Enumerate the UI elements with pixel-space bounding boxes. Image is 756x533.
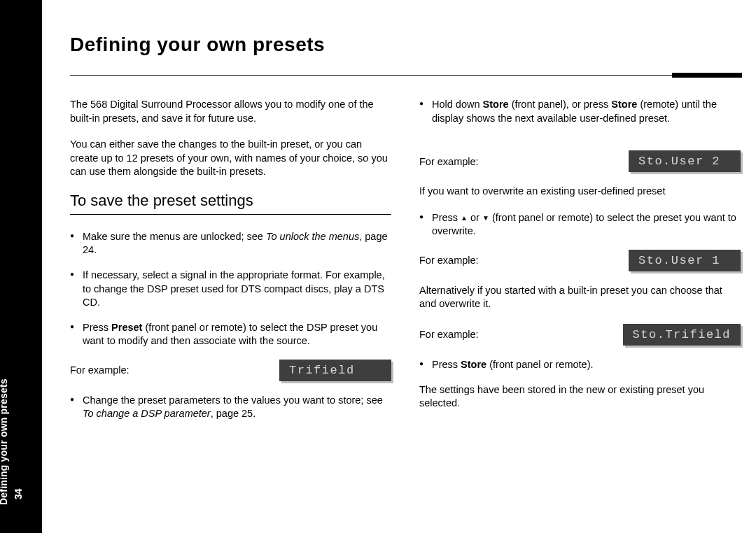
step-press-arrows: Press ▲ or ▼ (front panel or remote) to … (419, 211, 741, 239)
stored-confirmation-text: The settings have been stored in the new… (419, 383, 741, 411)
intro-paragraph-2: You can either save the changes to the b… (70, 138, 391, 179)
page-title: Defining your own presets (70, 34, 741, 56)
sidebar-section-title: Defining your own presets (0, 378, 9, 505)
overwrite-existing-text: If you want to overwrite an existing use… (419, 185, 741, 199)
for-example-label: For example: (70, 364, 130, 376)
step-press-store-final: Press Store (front panel or remote). (419, 358, 741, 372)
manual-page: 34 Defining your own presets Defining yo… (0, 0, 756, 533)
for-example-label: For example: (419, 156, 479, 167)
alternative-overwrite-text: Alternatively if you started with a buil… (419, 284, 741, 311)
for-example-label: For example: (419, 255, 479, 266)
step-change-parameters: Change the preset parameters to the valu… (70, 394, 391, 421)
for-example-label: For example: (419, 329, 479, 340)
example-sto-trifield-row: For example: Sto.Trifield (419, 324, 741, 346)
title-rule (70, 73, 742, 78)
right-column: Hold down Store (front panel), or press … (419, 98, 741, 432)
sidebar-black: 34 Defining your own presets (0, 0, 42, 533)
content-area: Defining your own presets The 568 Digita… (70, 34, 741, 432)
lcd-display-sto-trifield: Sto.Trifield (623, 324, 741, 346)
page-number: 34 (13, 488, 24, 499)
subheading-rule (70, 214, 391, 215)
lcd-display-trifield: Trifield (279, 360, 391, 381)
step-hold-store: Hold down Store (front panel), or press … (419, 98, 741, 125)
up-arrow-icon: ▲ (461, 214, 468, 222)
intro-paragraph-1: The 568 Digital Surround Processor allow… (70, 98, 391, 125)
example-user1-row: For example: Sto.User 1 (419, 250, 741, 271)
step-select-signal: If necessary, select a signal in the app… (70, 269, 391, 310)
step-press-preset: Press Preset (front panel or remote) to … (70, 321, 391, 348)
lcd-display-sto-user-1: Sto.User 1 (629, 250, 741, 271)
example-user2-row: For example: Sto.User 2 (419, 150, 741, 172)
down-arrow-icon: ▼ (482, 214, 489, 222)
example-trifield-row: For example: Trifield (70, 360, 391, 381)
lcd-display-sto-user-2: Sto.User 2 (629, 150, 741, 172)
subheading: To save the preset settings (70, 192, 391, 210)
left-column: The 568 Digital Surround Processor allow… (70, 98, 391, 432)
step-unlock-menus: Make sure the menus are unlocked; see To… (70, 230, 391, 257)
